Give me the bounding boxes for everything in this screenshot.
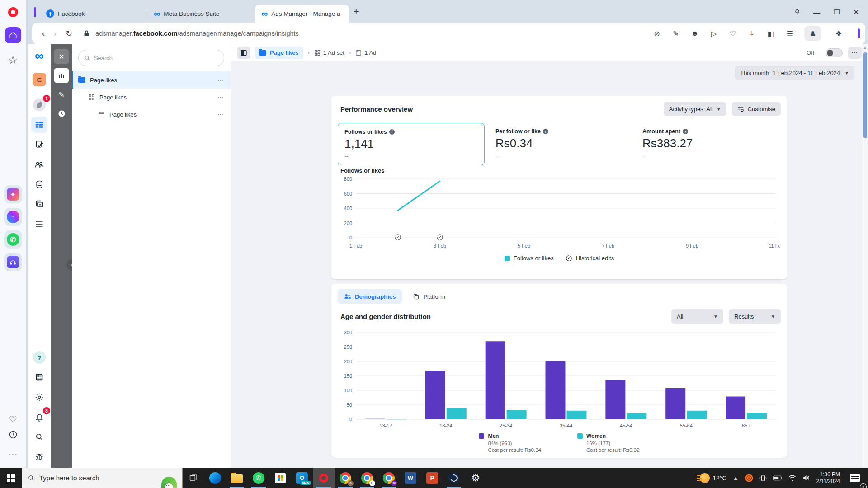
meta-logo-icon[interactable]: ∞ [31,48,47,64]
bar-men-25-34[interactable] [486,341,505,419]
chrome-profile-2-icon[interactable]: L [356,468,378,488]
whatsapp-taskbar-icon[interactable]: ✆ [248,468,269,488]
bookmarks-star-icon[interactable]: ☆ [5,52,21,68]
bar-women-45-54[interactable] [627,413,646,419]
app-logo-icon[interactable] [443,468,465,488]
main-scrollbar[interactable]: ▲ [862,44,868,468]
edge-icon[interactable] [204,468,226,488]
clock-widget[interactable]: 1:36 PM 2/11/2024 [816,471,840,485]
tab-facebook[interactable]: f Facebook [40,5,147,23]
opera-logo-icon[interactable] [5,5,21,20]
history-icon[interactable] [54,106,69,121]
settings-taskbar-icon[interactable]: ⚙ [465,468,486,488]
snapshot-edit-icon[interactable]: ✎ [671,29,680,38]
likes-heart-icon[interactable]: ♡ [5,412,21,427]
volume-icon[interactable] [802,474,810,481]
word-icon[interactable]: W [400,468,421,488]
chrome-profile-1-icon[interactable]: ☺ [335,468,356,488]
tree-search[interactable] [78,50,224,66]
settings-gear-icon[interactable] [31,389,47,405]
sidebar-more-icon[interactable]: ⋯ [5,447,21,462]
whatsapp-icon[interactable]: ✆ [4,230,22,249]
collapse-panel-icon[interactable] [237,47,250,59]
whats-new-icon[interactable] [31,369,47,385]
search-tool-icon[interactable] [31,429,47,445]
breadcrumb-ad[interactable]: 1 Ad [355,49,376,56]
tab-meta-business-suite[interactable]: ∞ Meta Business Suite [147,5,255,23]
task-view-icon[interactable] [183,468,204,488]
gender-filter-dropdown[interactable]: All ▼ [671,309,723,324]
notification-center-icon[interactable]: 2 [846,468,863,488]
bar-men-65+[interactable] [726,396,745,419]
maximize-button[interactable]: ❐ [834,8,840,16]
media-library-icon[interactable] [31,196,47,212]
all-tools-menu-icon[interactable] [31,216,47,232]
account-avatar[interactable]: 1 [31,97,47,113]
close-button[interactable]: ✕ [853,8,859,16]
bar-men-18-24[interactable] [425,371,445,419]
camera-icon[interactable]: ☻︎ [690,29,699,38]
url-text[interactable]: adsmanager.facebook.com/adsmanager/manag… [95,30,299,37]
metric-filter-dropdown[interactable]: Results ▼ [729,309,781,324]
extensions-icon[interactable]: ❖ [834,29,843,38]
weather-widget[interactable]: 12°C [700,473,726,483]
profile-button[interactable]: 👤︎ [804,26,821,41]
podcast-player-icon[interactable] [4,253,22,271]
tray-overflow-icon[interactable]: ▲ [733,475,739,481]
tab-search-icon[interactable]: ⚲ [795,8,800,16]
bar-women-35-44[interactable] [567,411,587,419]
page-avatar-tile[interactable]: C [31,71,47,88]
info-icon[interactable]: i [389,129,395,135]
meta-app-icon[interactable]: ✦ [4,185,22,203]
bar-women-25-34[interactable] [507,410,527,419]
date-range-picker[interactable]: This month: 1 Feb 2024 - 11 Feb 2024 ▼ [735,66,854,80]
notifications-bell-icon[interactable]: 8 [31,409,47,425]
powerpoint-icon[interactable]: P [421,468,443,488]
tree-row-ad[interactable]: Page likes ⋯ [72,106,231,123]
row-more-icon[interactable]: ⋯ [217,111,224,118]
tree-row-adset[interactable]: Page likes ⋯ [72,89,231,106]
campaigns-nav-icon[interactable] [31,117,47,133]
metric-follows-or-likes[interactable]: Follows or likesi 1,141 -- [338,123,485,165]
outlook-icon[interactable]: ONEW [291,468,313,488]
billing-icon[interactable] [31,176,47,192]
help-icon[interactable]: ? [31,349,47,366]
reload-icon[interactable]: ↻ [66,28,72,38]
tray-app-icon[interactable] [745,474,753,482]
follows-line-series[interactable] [398,181,440,211]
file-explorer-icon[interactable] [226,468,248,488]
customise-button[interactable]: Customise [732,102,781,116]
audiences-icon[interactable] [31,156,47,173]
scroll-up-icon[interactable]: ▲ [862,46,868,50]
bar-men-45-54[interactable] [605,380,625,419]
home-icon[interactable] [5,27,21,43]
messenger-icon[interactable] [4,208,22,226]
minimize-button[interactable]: — [813,9,820,16]
ad-status-toggle[interactable] [826,48,843,57]
zoom-page-icon[interactable]: ⊘ [652,29,661,38]
search-input[interactable] [94,55,218,61]
metric-amount-spent[interactable]: Amount spenti Rs383.27 -- [636,123,783,165]
bar-women-13-17[interactable] [387,419,406,419]
info-icon[interactable]: i [543,129,548,134]
bar-men-13-17[interactable] [365,419,385,419]
historical-edit-marker[interactable] [395,235,401,240]
scrollbar-thumb[interactable] [863,52,867,138]
bar-men-35-44[interactable] [546,361,566,419]
phone-link-icon[interactable] [760,474,767,482]
microsoft-store-icon[interactable] [269,468,291,488]
send-to-device-icon[interactable]: ▷ [709,29,718,38]
bar-men-55-64[interactable] [665,388,685,419]
battery-icon[interactable] [773,475,782,481]
tab-demographics[interactable]: Demographics [338,289,402,304]
chrome-profile-3-icon[interactable]: M [378,468,400,488]
edit-pencil-icon[interactable]: ✎ [54,87,69,102]
report-bug-icon[interactable] [31,449,47,465]
wifi-icon[interactable] [788,475,796,481]
start-button[interactable] [0,468,22,488]
tab-platform[interactable]: Platform [406,289,451,304]
row-more-icon[interactable]: ⋯ [217,94,224,101]
historical-edit-marker[interactable] [437,235,443,240]
bar-women-65+[interactable] [747,413,767,419]
metric-per-follow[interactable]: Per follow or likei Rs0.34 -- [489,123,636,165]
